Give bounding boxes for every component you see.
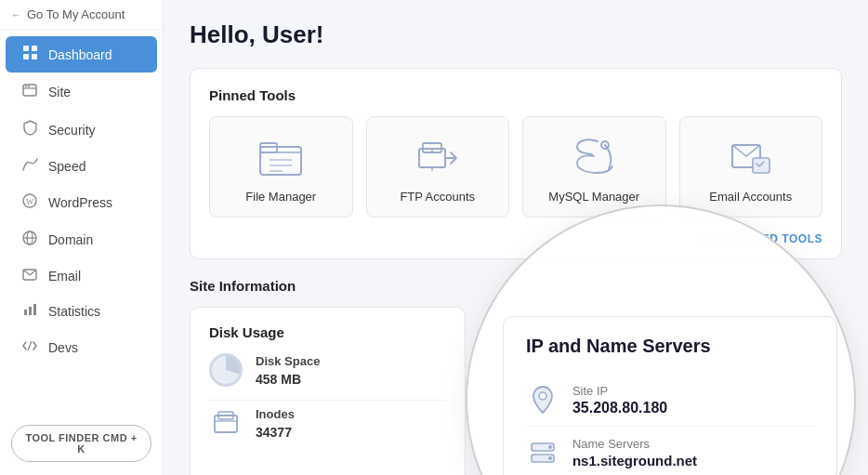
sidebar-nav: Dashboard Site Security <box>0 30 163 416</box>
mysql-manager-icon <box>566 134 622 180</box>
disk-usage-title: Disk Usage <box>209 324 446 340</box>
name-servers-value: ns1.siteground.net <box>572 453 697 468</box>
tool-ftp-accounts[interactable]: FTP Accounts <box>366 116 510 218</box>
svg-point-37 <box>548 456 552 460</box>
file-manager-icon <box>253 134 309 180</box>
sidebar-item-security[interactable]: Security <box>6 112 157 148</box>
svg-point-33 <box>539 392 546 400</box>
pinned-tools-grid: File Manager FTP Accounts <box>209 116 822 218</box>
domain-icon <box>20 231 39 249</box>
ftp-accounts-icon <box>410 134 466 180</box>
tool-email-accounts[interactable]: Email Accounts <box>679 116 823 218</box>
svg-rect-16 <box>33 304 36 315</box>
wordpress-icon: W <box>20 193 39 212</box>
disk-space-value: 458 MB <box>256 372 320 387</box>
ip-name-servers-card: IP and Name Servers Site IP 35.208.80.18… <box>503 316 837 475</box>
name-servers-row: Name Servers ns1.siteground.net <box>526 427 814 475</box>
site-icon <box>20 83 39 101</box>
file-manager-label: File Manager <box>245 190 316 204</box>
svg-point-36 <box>548 445 552 449</box>
page-greeting: Hello, User! <box>190 20 842 49</box>
sidebar-item-dashboard[interactable]: Dashboard <box>6 36 157 73</box>
svg-rect-2 <box>23 54 29 59</box>
statistics-label: Statistics <box>48 304 100 319</box>
mysql-manager-label: MySQL Manager <box>548 190 639 204</box>
site-ip-row: Site IP 35.208.80.180 <box>526 374 814 427</box>
inodes-icon <box>209 406 243 440</box>
svg-rect-1 <box>32 46 37 51</box>
dashboard-label: Dashboard <box>48 47 112 62</box>
inodes-value: 34377 <box>256 425 295 440</box>
svg-point-7 <box>28 86 30 87</box>
sidebar-item-domain[interactable]: Domain <box>6 222 157 257</box>
email-label: Email <box>48 269 81 284</box>
email-icon <box>20 268 39 284</box>
main-content: Hello, User! Pinned Tools File Manager <box>164 0 868 475</box>
statistics-icon <box>20 303 39 320</box>
site-ip-icon <box>526 383 559 416</box>
devs-label: Devs <box>48 340 78 355</box>
name-servers-label: Name Servers <box>572 437 697 451</box>
name-servers-icon <box>526 436 559 469</box>
email-accounts-label: Email Accounts <box>709 190 792 204</box>
disk-space-pie-icon <box>209 353 243 387</box>
svg-point-6 <box>25 86 27 87</box>
inodes-label: Inodes <box>256 407 295 421</box>
devs-icon <box>20 338 39 357</box>
svg-text:W: W <box>26 197 34 206</box>
speed-icon <box>20 158 39 175</box>
pinned-tools-title: Pinned Tools <box>209 87 822 103</box>
sidebar: ← Go To My Account Dashboard <box>0 0 164 475</box>
svg-rect-0 <box>23 46 29 51</box>
security-icon <box>20 120 39 139</box>
speed-label: Speed <box>48 159 85 174</box>
svg-rect-14 <box>24 310 27 315</box>
sidebar-item-email[interactable]: Email <box>6 259 157 293</box>
tool-finder-button[interactable]: TOOL FINDER CMD + K <box>11 425 151 462</box>
site-ip-value: 35.208.80.180 <box>572 400 667 416</box>
sidebar-item-statistics[interactable]: Statistics <box>6 295 157 328</box>
disk-space-row: Disk Space 458 MB <box>209 353 446 387</box>
svg-line-17 <box>28 341 32 350</box>
dashboard-icon <box>20 45 39 64</box>
domain-label: Domain <box>48 232 93 247</box>
tool-mysql-manager[interactable]: MySQL Manager <box>522 116 666 218</box>
inodes-row: Inodes 34377 <box>209 406 446 440</box>
disk-space-label: Disk Space <box>256 354 320 368</box>
back-arrow-icon: ← <box>11 9 21 20</box>
sidebar-item-devs[interactable]: Devs <box>6 330 157 365</box>
wordpress-label: WordPress <box>48 195 112 210</box>
sidebar-item-wordpress[interactable]: W WordPress <box>6 185 157 220</box>
ip-servers-overlay: IP and Name Servers Site IP 35.208.80.18… <box>484 307 842 475</box>
svg-rect-15 <box>29 307 32 315</box>
tool-file-manager[interactable]: File Manager <box>209 116 353 218</box>
svg-rect-3 <box>32 54 37 59</box>
ip-card-title: IP and Name Servers <box>526 336 814 357</box>
security-label: Security <box>48 123 96 138</box>
site-ip-label: Site IP <box>572 384 667 398</box>
email-accounts-icon <box>723 134 779 180</box>
site-information-section: Site Information Disk Usage Disk Space 4… <box>190 278 842 475</box>
ftp-accounts-label: FTP Accounts <box>400 190 475 204</box>
disk-usage-card: Disk Usage Disk Space 458 MB <box>190 307 466 475</box>
site-label: Site <box>48 85 71 99</box>
go-to-account-label: Go To My Account <box>27 7 125 21</box>
sidebar-item-site[interactable]: Site <box>6 74 157 110</box>
go-to-my-account-link[interactable]: ← Go To My Account <box>0 0 163 30</box>
sidebar-item-speed[interactable]: Speed <box>6 150 157 183</box>
